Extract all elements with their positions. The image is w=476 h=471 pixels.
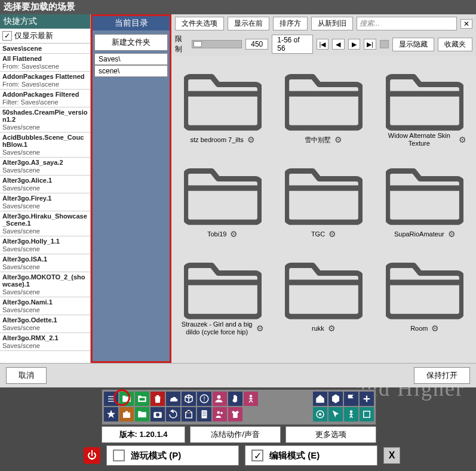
folder-tile[interactable]: TGC⚙ xyxy=(276,155,371,242)
shortcut-item[interactable]: 50shades.CreamPie_version1.2Saves/scene xyxy=(0,107,90,133)
star-icon[interactable] xyxy=(104,407,118,421)
show-hidden-checkbox[interactable] xyxy=(380,40,389,48)
folder-icon xyxy=(285,249,363,321)
shortcut-item[interactable]: Alter3go.Holly_1.1Saves/scene xyxy=(0,236,90,254)
last-page-button[interactable]: ▶| xyxy=(364,39,376,50)
shortcut-item[interactable]: AcidBubbles.Scene_CouchBlow.1Saves/scene xyxy=(0,133,90,158)
file-grid: stz bedroom 7_ilts⚙雪中别墅⚙Widow Alternate … xyxy=(175,60,472,336)
delete-icon[interactable] xyxy=(151,392,165,406)
cloud-download-icon[interactable] xyxy=(166,392,180,406)
shortcut-item[interactable]: Alter3go.Odette.1Saves/scene xyxy=(0,315,90,333)
package-icon[interactable] xyxy=(182,407,196,421)
sort-newest-button[interactable]: 从新到旧 xyxy=(311,17,353,30)
power-icon[interactable]: ⏻ xyxy=(84,447,100,464)
info-icon[interactable]: ! xyxy=(197,392,211,406)
prev-page-button[interactable]: ◀ xyxy=(332,39,345,50)
target-icon[interactable] xyxy=(313,407,327,421)
shortcut-item[interactable]: AddonPackages FlattenedFrom: Saves\scene xyxy=(0,72,90,90)
camera-icon[interactable] xyxy=(151,407,165,421)
folder-options-button[interactable]: 文件夹选项 xyxy=(175,17,224,30)
show-hidden-button[interactable]: 显示隐藏 xyxy=(392,38,434,51)
shortcut-item[interactable]: Alter3go.A3_saya.2Saves/scene xyxy=(0,158,90,176)
tile-label: Room xyxy=(410,321,428,336)
refresh-icon[interactable] xyxy=(166,407,180,421)
folder-tile[interactable]: stz bedroom 7_ilts⚙ xyxy=(175,60,270,147)
sort-by-button[interactable]: 排序方 xyxy=(273,17,308,30)
scene-select-window: 选择要加载的场景 快捷方式 ✓ 仅显示最新 Saves\sceneAll Fla… xyxy=(0,0,476,387)
people-icon[interactable] xyxy=(213,407,227,421)
shortcut-item[interactable]: Alter3go.Alice.1Saves/scene xyxy=(0,176,90,193)
plus-icon[interactable] xyxy=(360,392,374,406)
favorites-button[interactable]: 收藏夹 xyxy=(438,38,472,51)
svg-rect-9 xyxy=(202,410,207,418)
hand-icon[interactable] xyxy=(228,392,242,406)
scene-folder-icon[interactable] xyxy=(135,407,149,421)
tile-label: TGC xyxy=(311,226,325,242)
folder-tile[interactable]: Strauzek - Girl and a big dildo (cycle f… xyxy=(175,249,270,336)
keep-open-button[interactable]: 保持打开 xyxy=(414,367,470,384)
new-folder-button[interactable]: 新建文件夹 xyxy=(94,34,168,51)
close-hud-button[interactable]: X xyxy=(383,447,400,464)
pose-select-icon[interactable] xyxy=(344,407,358,421)
folder-icon xyxy=(386,249,463,321)
unity-icon[interactable] xyxy=(328,392,343,406)
curdir-entry[interactable]: scene\ xyxy=(94,65,168,77)
first-page-button[interactable]: |◀ xyxy=(317,39,329,50)
shortcut-item[interactable]: AddonPackages FilteredFilter: Saves\scen… xyxy=(0,90,90,107)
only-newest-row[interactable]: ✓ 仅显示最新 xyxy=(0,29,90,44)
limit-slider[interactable] xyxy=(192,40,242,48)
shortcut-item[interactable]: Alter3go.Firey.1Saves/scene xyxy=(0,193,90,211)
more-options-button[interactable]: 更多选项 xyxy=(285,426,376,443)
frame-icon[interactable] xyxy=(360,407,374,421)
tile-label: stz bedroom 7_ilts xyxy=(191,132,244,147)
gear-icon[interactable]: ⚙ xyxy=(247,135,255,144)
folder-tile[interactable]: 雪中别墅⚙ xyxy=(276,60,371,147)
gear-icon[interactable]: ⚙ xyxy=(256,324,264,333)
open-folder-icon[interactable] xyxy=(119,392,134,406)
folder-tile[interactable]: Widow Alternate Skin Texture⚙ xyxy=(377,60,472,147)
freeze-button[interactable]: 冻结动作/声音 xyxy=(190,426,281,443)
shortcut-item[interactable]: All FlattenedFrom: Saves\scene xyxy=(0,54,90,72)
curdir-entry[interactable]: Saves\ xyxy=(94,53,168,65)
home-icon[interactable] xyxy=(313,392,327,406)
gear-icon[interactable]: ⚙ xyxy=(230,229,238,239)
clear-search-button[interactable]: ✕ xyxy=(460,19,472,29)
quick-open-icon[interactable] xyxy=(135,392,149,406)
folder-tile[interactable]: Room⚙ xyxy=(377,249,472,336)
shortcut-item[interactable]: Saves\scene xyxy=(0,44,90,54)
folder-icon xyxy=(184,155,262,226)
folder-tile[interactable]: Tobi19⚙ xyxy=(175,155,270,242)
shortcut-item[interactable]: Alter3go.Hiraku_Showcase_Scene.1Saves/sc… xyxy=(0,211,90,236)
folder-tile[interactable]: SupaRioAmateur⚙ xyxy=(377,155,472,242)
svg-point-7 xyxy=(156,413,159,417)
gear-icon[interactable]: ⚙ xyxy=(448,229,456,239)
gear-icon[interactable]: ⚙ xyxy=(334,135,342,144)
show-before-button[interactable]: 显示在前 xyxy=(228,17,269,30)
gear-icon[interactable]: ⚙ xyxy=(459,135,466,144)
tile-label: Widow Alternate Skin Texture xyxy=(383,132,455,147)
clothing-icon[interactable] xyxy=(228,407,242,421)
next-page-button[interactable]: ▶ xyxy=(348,39,361,50)
shortcut-item[interactable]: Alter3go.MOKOTO_2_(showcase).1Saves/scen… xyxy=(0,272,90,297)
briefcase-icon[interactable] xyxy=(119,407,134,421)
person-add-icon[interactable] xyxy=(213,392,227,406)
folder-tile[interactable]: rukk⚙ xyxy=(276,249,371,336)
gear-icon[interactable]: ⚙ xyxy=(328,229,336,239)
search-input[interactable]: 搜索... xyxy=(357,17,457,30)
shortcut-item[interactable]: Alter3go.Nami.1Saves/scene xyxy=(0,297,90,315)
flag-icon[interactable] xyxy=(344,392,358,406)
menu-icon[interactable]: ☰ xyxy=(104,392,118,406)
gear-icon[interactable]: ⚙ xyxy=(431,324,439,333)
play-mode-toggle[interactable]: 游玩模式 (P) xyxy=(106,445,239,466)
gear-icon[interactable]: ⚙ xyxy=(328,324,336,333)
shortcut-item[interactable]: Alter3go.ISA.1Saves/scene xyxy=(0,254,90,272)
cube-icon[interactable] xyxy=(182,392,196,406)
window-title: 选择要加载的场景 xyxy=(0,0,476,14)
shortcut-item[interactable]: Alter3go.RMX_2.1Saves/scene xyxy=(0,333,90,351)
cancel-button[interactable]: 取消 xyxy=(6,367,47,384)
pose-icon[interactable] xyxy=(244,392,258,406)
cursor-icon[interactable] xyxy=(328,407,343,421)
document-icon[interactable] xyxy=(197,407,211,421)
edit-mode-toggle[interactable]: ✓ 编辑模式 (E) xyxy=(245,445,377,466)
current-dir-panel: 当前目录 新建文件夹 Saves\scene\ xyxy=(91,14,171,363)
